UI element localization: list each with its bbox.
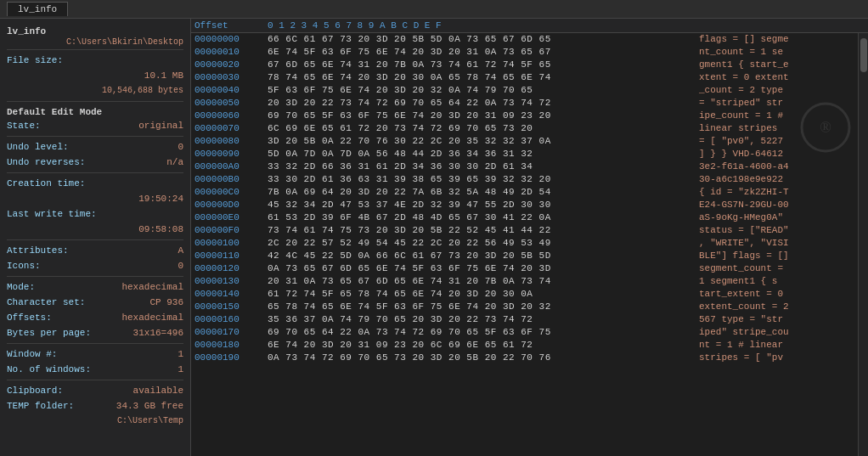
hex-bytes[interactable]: 67 6D 65 6E 74 31 20 7B 0A 73 74 61 72 7… [268, 59, 692, 71]
table-row: 00000170 69 70 65 64 22 0A 73 74 72 69 7… [191, 326, 858, 339]
hex-bytes[interactable]: 42 4C 45 22 5D 0A 66 6C 61 67 73 20 3D 2… [268, 250, 692, 262]
offset-value: 00000140 [191, 288, 268, 301]
offset-value: 00000040 [191, 84, 268, 97]
table-row: 00000050 20 3D 20 22 73 74 72 69 70 65 6… [191, 97, 858, 110]
hex-bytes[interactable]: 65 78 74 65 6E 74 5F 63 6F 75 6E 74 20 3… [268, 301, 692, 313]
hex-content[interactable]: 00000000 66 6C 61 67 73 20 3D 20 5B 5D 0… [191, 33, 868, 456]
hex-bytes[interactable]: 5D 0A 7D 0A 7D 0A 56 48 44 2D 36 34 36 3… [268, 148, 692, 160]
offset-value: 00000090 [191, 148, 268, 160]
hex-bytes[interactable]: 5F 63 6F 75 6E 74 20 3D 20 32 0A 74 79 7… [268, 84, 692, 97]
table-row: 00000130 20 31 0A 73 65 67 6D 65 6E 74 3… [191, 275, 858, 288]
sidebar-window-row: Window #: 1 [7, 346, 183, 362]
ascii-text[interactable]: E24-GS7N-29GU-00 [692, 199, 789, 211]
offset-value: 00000070 [191, 122, 268, 135]
offset-value: 00000100 [191, 237, 268, 250]
ascii-text[interactable]: stripes = [ "pv [692, 352, 783, 364]
watermark-icon: ® [800, 102, 851, 153]
sidebar-attributes-label: Attributes: [7, 244, 69, 257]
ascii-text[interactable]: flags = [] segme [692, 33, 789, 46]
sidebar-filepath: C:\Users\Bkirin\Desktop [7, 37, 183, 47]
hex-bytes[interactable]: 2C 20 22 57 52 49 54 45 22 2C 20 22 56 4… [268, 237, 692, 250]
hex-bytes[interactable]: 3D 20 5B 0A 22 70 76 30 22 2C 20 35 32 3… [268, 135, 692, 148]
bytes-header: 0 1 2 3 4 5 6 7 8 9 A B C D E F [268, 20, 692, 31]
hex-bytes[interactable]: 35 36 37 0A 74 79 70 65 20 3D 20 22 73 7… [268, 313, 692, 326]
hex-bytes[interactable]: 45 32 34 2D 47 53 37 4E 2D 32 39 47 55 2… [268, 199, 692, 211]
sidebar-charset-label: Character set: [7, 296, 85, 309]
ascii-text[interactable]: , "WRITE", "VISI [692, 237, 789, 250]
ascii-text[interactable]: ipe_count = 1 # [692, 110, 783, 122]
ascii-text[interactable]: xtent = 0 extent [692, 71, 789, 84]
sidebar-edit-mode-label: Default Edit Mode [7, 104, 183, 118]
table-row: 000000D0 45 32 34 2D 47 53 37 4E 2D 32 3… [191, 199, 858, 211]
ascii-text[interactable]: 567 type = "str [692, 313, 783, 326]
table-row: 00000140 61 72 74 5F 65 78 74 65 6E 74 2… [191, 288, 858, 301]
ascii-text[interactable]: 1 segment1 { s [692, 275, 777, 288]
sidebar-window-label: Window #: [7, 347, 57, 361]
ascii-text[interactable]: status = ["READ" [692, 224, 789, 237]
hex-bytes[interactable]: 61 72 74 5F 65 78 74 65 6E 74 20 3D 20 3… [268, 288, 692, 301]
hex-bytes[interactable]: 33 30 2D 61 36 63 31 39 38 65 39 65 39 3… [268, 173, 692, 186]
sidebar-clipboard-label: Clipboard: [7, 384, 63, 397]
sidebar-clipboard-value: available [133, 384, 183, 397]
ascii-text[interactable]: = [ "pv0", 5227 [692, 135, 783, 148]
sidebar-temp-path-row: C:\Users\Temp [7, 414, 183, 429]
ascii-text[interactable]: 30-a6c198e9e922 [692, 173, 783, 186]
ascii-text[interactable]: = "striped" str [692, 97, 783, 110]
table-row: 00000160 35 36 37 0A 74 79 70 65 20 3D 2… [191, 313, 858, 326]
offset-value: 00000110 [191, 250, 268, 262]
ascii-text[interactable]: nt_count = 1 se [692, 46, 783, 59]
hex-bytes[interactable]: 78 74 65 6E 74 20 3D 20 30 0A 65 78 74 6… [268, 71, 692, 84]
hex-bytes[interactable]: 7B 0A 69 64 20 3D 20 22 7A 6B 32 5A 48 4… [268, 186, 692, 199]
title-bar: lv_info [0, 0, 868, 19]
sidebar-mode-row: Mode: hexadecimal [7, 279, 183, 295]
sidebar-lastwrite-value: 09:58:08 [138, 222, 183, 236]
sidebar-creation-row: Creation time: [7, 176, 183, 191]
tab-lv-info[interactable]: lv_info [7, 2, 68, 16]
ascii-text[interactable]: iped" stripe_cou [692, 326, 789, 339]
offset-value: 00000190 [191, 352, 268, 364]
sidebar-filesize-bytes: 10,546,688 bytes [7, 83, 183, 99]
ascii-text[interactable]: linear stripes [692, 122, 777, 135]
offset-value: 000000A0 [191, 160, 268, 173]
sidebar-creation-label: Creation time: [7, 177, 85, 190]
scrollbar-thumb[interactable] [860, 38, 867, 72]
table-row: 000000C0 7B 0A 69 64 20 3D 20 22 7A 6B 3… [191, 186, 858, 199]
ascii-text[interactable]: nt = 1 # linear [692, 339, 783, 352]
sidebar-temp-value1: 34.3 GB free [116, 399, 183, 413]
ascii-text[interactable]: BLE"] flags = [] [692, 250, 789, 262]
hex-bytes[interactable]: 20 31 0A 73 65 67 6D 65 6E 74 31 20 7B 0… [268, 275, 692, 288]
ascii-text[interactable]: 3e2-f61a-4600-a4 [692, 160, 789, 173]
hex-bytes[interactable]: 20 3D 20 22 73 74 72 69 70 65 64 22 0A 7… [268, 97, 692, 110]
sidebar-mode-label: Mode: [7, 280, 35, 294]
sidebar-nowindows-label: No. of windows: [7, 363, 91, 376]
sidebar-filesize-values: 10.1 MB [7, 68, 183, 83]
ascii-text[interactable]: extent_count = 2 [692, 301, 789, 313]
ascii-text[interactable]: ] } } VHD-64612 [692, 148, 783, 160]
hex-scroll-area[interactable]: 00000000 66 6C 61 67 73 20 3D 20 5B 5D 0… [191, 33, 858, 456]
hex-bytes[interactable]: 0A 73 74 72 69 70 65 73 20 3D 20 5B 20 2… [268, 352, 692, 364]
sidebar-nowindows-value: 1 [178, 363, 183, 376]
sidebar-lastwrite-value-row: 09:58:08 [7, 222, 183, 237]
sidebar-state-value: original [138, 119, 183, 132]
table-row: 00000100 2C 20 22 57 52 49 54 45 22 2C 2… [191, 237, 858, 250]
hex-bytes[interactable]: 6E 74 20 3D 20 31 09 23 20 6C 69 6E 65 6… [268, 339, 692, 352]
hex-bytes[interactable]: 73 74 61 74 75 73 20 3D 20 5B 22 52 45 4… [268, 224, 692, 237]
hex-bytes[interactable]: 61 53 2D 39 6F 4B 67 2D 48 4D 65 67 30 4… [268, 211, 692, 224]
sidebar-charset-row: Character set: CP 936 [7, 295, 183, 310]
table-row: 000000E0 61 53 2D 39 6F 4B 67 2D 48 4D 6… [191, 211, 858, 224]
ascii-text[interactable]: aS-9oKg-HMeg0A" [692, 211, 783, 224]
ascii-text[interactable]: tart_extent = 0 [692, 288, 783, 301]
hex-bytes[interactable]: 66 6C 61 67 73 20 3D 20 5B 5D 0A 73 65 6… [268, 33, 692, 46]
ascii-text[interactable]: gment1 { start_e [692, 59, 789, 71]
ascii-text[interactable]: _count = 2 type [692, 84, 783, 97]
ascii-text[interactable]: { id = "zk2ZHI-T [692, 186, 789, 199]
hex-bytes[interactable]: 33 32 2D 66 36 31 61 2D 34 36 30 30 2D 6… [268, 160, 692, 173]
ascii-text[interactable]: segment_count = [692, 262, 783, 275]
hex-bytes[interactable]: 6C 69 6E 65 61 72 20 73 74 72 69 70 65 7… [268, 122, 692, 135]
scrollbar[interactable] [858, 33, 868, 456]
hex-bytes[interactable]: 69 70 65 64 22 0A 73 74 72 69 70 65 5F 6… [268, 326, 692, 339]
sidebar-undo-rev-label: Undo reverses: [7, 155, 85, 169]
hex-bytes[interactable]: 6E 74 5F 63 6F 75 6E 74 20 3D 20 31 0A 7… [268, 46, 692, 59]
hex-bytes[interactable]: 0A 73 65 67 6D 65 6E 74 5F 63 6F 75 6E 7… [268, 262, 692, 275]
hex-bytes[interactable]: 69 70 65 5F 63 6F 75 6E 74 20 3D 20 31 0… [268, 110, 692, 122]
